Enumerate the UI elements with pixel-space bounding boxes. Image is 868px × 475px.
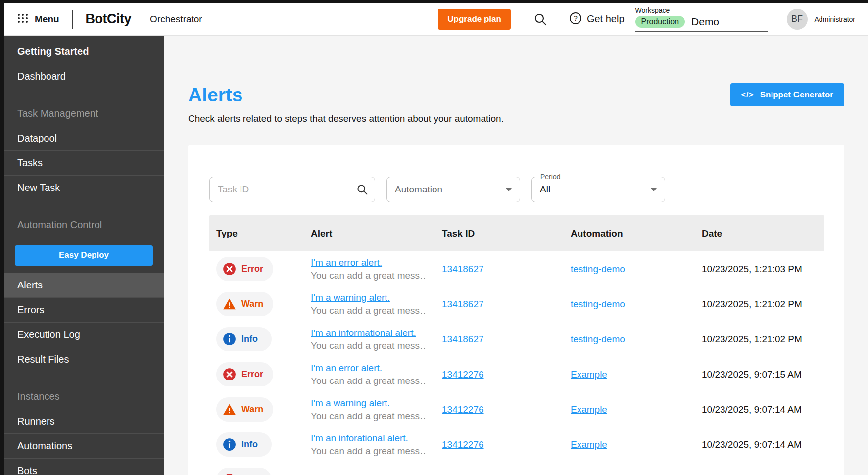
task-id-link[interactable]: 13418627 (442, 334, 484, 344)
sidebar-item[interactable]: Automation Control (4, 200, 164, 238)
column-header: Type (216, 228, 311, 239)
search-icon[interactable] (533, 12, 547, 26)
sidebar-item-label: Getting Started (17, 46, 89, 57)
alert-title-link[interactable]: I'm an error alert. (311, 257, 427, 268)
sidebar-item[interactable]: Instances (4, 372, 164, 409)
task-id-link[interactable]: 13418627 (442, 299, 484, 309)
automation-link[interactable]: testing-demo (571, 299, 625, 309)
automation-select[interactable]: Automation (386, 177, 520, 202)
workspace-select[interactable]: Workspace Production Demo (635, 6, 768, 32)
date-cell: 10/23/2025, 9:07:15 AM (702, 369, 820, 380)
sidebar-item-label: Errors (17, 304, 44, 316)
sidebar-item[interactable]: Getting Started (4, 40, 164, 64)
sidebar-item-label: Instances (17, 391, 60, 402)
sidebar-item[interactable]: New Task (4, 176, 164, 200)
search-icon[interactable] (356, 184, 368, 197)
task-id-link[interactable]: 13412276 (442, 369, 484, 380)
alert-title-link[interactable]: I'm an inforational alert. (311, 433, 427, 444)
menu-button[interactable]: Menu (17, 12, 59, 26)
grid-menu-icon (17, 12, 29, 26)
alert-type-badge: Error (216, 257, 273, 281)
sidebar-item[interactable]: Errors (4, 298, 164, 323)
automation-link[interactable]: testing-demo (571, 264, 625, 274)
alert-title-link[interactable]: I'm a warning alert. (311, 398, 427, 409)
task-id-link[interactable]: 13412276 (442, 404, 484, 415)
task-id-link[interactable]: 13418627 (442, 264, 484, 274)
svg-text:?: ? (574, 14, 578, 22)
sidebar-item[interactable]: Bots (4, 459, 164, 475)
top-bar: Menu BotCity Orchestrator Upgrade plan ? (4, 3, 868, 36)
error-icon (223, 262, 236, 276)
sidebar-item[interactable]: Tasks (4, 151, 164, 176)
snippet-generator-button[interactable]: </> Snippet Generator (730, 83, 844, 106)
alert-cell: I'm a warning alert. You can add a great… (311, 292, 442, 316)
get-help-button[interactable]: ? Get help (569, 12, 625, 27)
sidebar-item[interactable]: Easy Deploy (4, 238, 164, 273)
period-value: All (540, 184, 651, 195)
automation-link[interactable]: Example (571, 404, 607, 415)
alert-description: You can add a great mess… (311, 446, 427, 457)
sidebar-item[interactable]: Result Files (4, 347, 164, 372)
sidebar-item[interactable]: Datapool (4, 126, 164, 151)
sidebar-item[interactable]: Task Management (4, 89, 164, 126)
automation-cell: Example (571, 369, 702, 380)
brand-logo[interactable]: BotCity (86, 11, 132, 27)
task-id-cell: 13418627 (442, 299, 571, 310)
task-id-cell: 13412276 (442, 369, 571, 380)
task-id-input[interactable] (209, 177, 375, 202)
task-id-link[interactable]: 13412276 (442, 439, 484, 450)
avatar: BF (787, 9, 808, 30)
alert-cell: I'm an inforational alert. You can add a… (311, 433, 442, 457)
alert-cell: I'm an error alert. You can add a great … (311, 363, 442, 386)
sidebar-item-label: Execution Log (17, 329, 80, 340)
error-icon (223, 368, 236, 381)
alert-title-link[interactable]: I'm a warning alert. (311, 292, 427, 303)
workspace-label: Workspace (635, 6, 768, 14)
alert-type-badge: Info (216, 327, 272, 351)
user-menu[interactable]: BF Administrator (787, 9, 855, 30)
sidebar-item-label: Automations (17, 440, 72, 452)
info-icon (223, 332, 236, 346)
type-cell: Error (216, 362, 311, 386)
topbar-left: Menu BotCity Orchestrator (17, 10, 202, 29)
environment-badge: Production (635, 16, 685, 28)
alert-type-label: Info (241, 439, 258, 450)
sidebar-item[interactable]: Automations (4, 434, 164, 459)
date-cell: 10/23/2025, 9:07:14 AM (702, 439, 820, 450)
table-header: Type Alert Task ID Automation Date (209, 215, 824, 251)
type-cell (216, 468, 311, 475)
period-label: Period (538, 173, 563, 181)
automation-link[interactable]: Example (571, 439, 607, 450)
automation-link[interactable]: Example (571, 369, 607, 380)
sidebar-nav: Getting Started Dashboard Task Managemen… (4, 36, 164, 475)
page-subtitle: Check alerts related to steps that deser… (188, 113, 868, 124)
warning-icon (223, 297, 236, 311)
column-header: Task ID (442, 228, 571, 239)
workspace-value-row: Production Demo (635, 16, 768, 32)
period-select[interactable]: Period All (531, 177, 665, 202)
get-help-label: Get help (587, 13, 625, 25)
filters-bar: Automation Period All (209, 177, 824, 202)
alert-description: You can add a great mess… (311, 411, 427, 422)
page-title: Alerts (188, 84, 243, 106)
alert-title-link[interactable]: I'm an error alert. (311, 474, 427, 475)
upgrade-plan-button[interactable]: Upgrade plan (438, 9, 511, 30)
alert-cell: I'm an error alert. (311, 474, 442, 475)
sidebar-item[interactable]: Dashboard (4, 64, 164, 89)
automation-link[interactable]: testing-demo (571, 334, 625, 344)
type-cell: Warn (216, 292, 311, 316)
sidebar-item[interactable]: Runners (4, 409, 164, 434)
column-header: Automation (571, 228, 702, 239)
task-id-cell: 13412276 (442, 404, 571, 415)
alert-type-badge: Error (216, 362, 273, 386)
alert-description: You can add a great mess… (311, 270, 427, 281)
sidebar-item[interactable]: Execution Log (4, 323, 164, 347)
alert-title-link[interactable]: I'm an error alert. (311, 363, 427, 374)
task-id-cell: 13418627 (442, 334, 571, 345)
sidebar-item[interactable]: Alerts (4, 273, 164, 298)
workspace-value: Demo (691, 16, 719, 28)
alert-cell: I'm an informational alert. You can add … (311, 328, 442, 351)
alert-title-link[interactable]: I'm an informational alert. (311, 328, 427, 338)
easy-deploy-button[interactable]: Easy Deploy (15, 245, 153, 266)
column-header: Date (702, 228, 820, 239)
